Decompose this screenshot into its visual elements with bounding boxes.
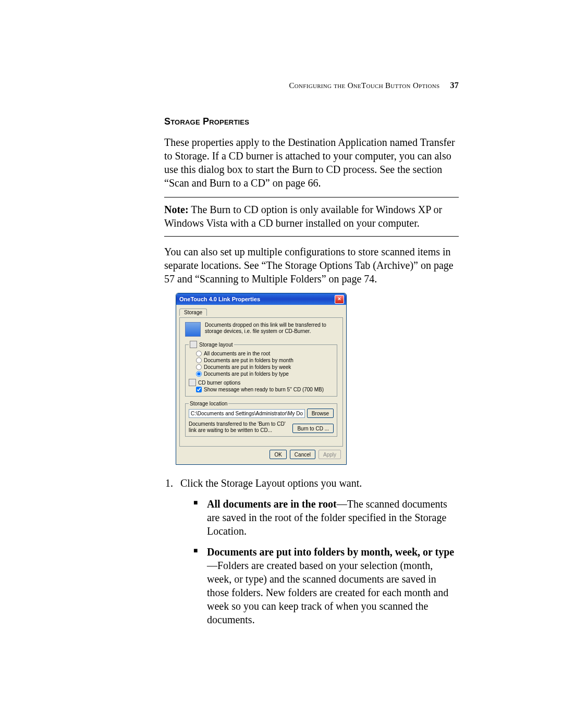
page-number: 37 <box>450 81 459 90</box>
radio-month[interactable] <box>196 357 202 363</box>
dialog-description: Documents dropped on this link will be t… <box>205 322 337 335</box>
folder-layout-icon <box>190 341 197 348</box>
radio-month-label: Documents are put in folders by month <box>204 357 293 363</box>
checkbox-show-burn-message[interactable] <box>196 387 202 392</box>
cd-burner-header: CD burner options <box>198 380 240 386</box>
note-label: Note: <box>164 204 189 215</box>
cancel-button[interactable]: Cancel <box>290 450 315 459</box>
radio-type[interactable] <box>196 371 202 377</box>
link-properties-dialog: OneTouch 4.0 Link Properties × Storage D… <box>176 293 347 465</box>
apply-button[interactable]: Apply <box>319 450 341 459</box>
radio-root-label: All documents are in the root <box>204 351 270 356</box>
dialog-title: OneTouch 4.0 Link Properties <box>179 296 260 302</box>
browse-button[interactable]: Browse <box>307 409 334 418</box>
bullet-root: All documents are in the root—The scanne… <box>193 497 459 538</box>
ok-button[interactable]: OK <box>270 450 286 459</box>
bullet-folders: Documents are put into folders by month,… <box>193 545 459 626</box>
radio-week[interactable] <box>196 364 202 370</box>
storage-layout-group: Storage layout All documents are in the … <box>185 341 337 397</box>
tab-panel-storage: Documents dropped on this link will be t… <box>179 317 343 447</box>
section-heading: Storage Properties <box>164 116 459 127</box>
dialog-titlebar[interactable]: OneTouch 4.0 Link Properties × <box>176 293 346 305</box>
bullet-folders-bold: Documents are put into folders by month,… <box>207 546 454 558</box>
cd-burner-icon <box>189 379 196 386</box>
running-title: Configuring the OneTouch Button Options <box>289 81 440 90</box>
intro-paragraph: These properties apply to the Destinatio… <box>164 135 459 190</box>
step-1-text: Click the Storage Layout options you wan… <box>180 477 362 489</box>
note-text: The Burn to CD option is only available … <box>164 204 442 229</box>
note-block: Note: The Burn to CD option is only avai… <box>164 197 459 237</box>
storage-path-input[interactable] <box>189 409 305 418</box>
burn-to-cd-button[interactable]: Burn to CD ... <box>292 424 334 433</box>
radio-root[interactable] <box>196 351 202 356</box>
storage-location-group: Storage location Browse Documents transf… <box>185 401 337 437</box>
running-header: Configuring the OneTouch Button Options … <box>164 81 459 90</box>
radio-type-label: Documents are put in folders by type <box>204 371 289 377</box>
checkbox-show-burn-label: Show message when ready to burn 5'' CD (… <box>204 387 324 392</box>
storage-location-legend: Storage location <box>189 401 228 406</box>
radio-week-label: Documents are put in folders by week <box>204 364 291 370</box>
step-1: Click the Storage Layout options you wan… <box>178 476 459 626</box>
storage-device-icon <box>185 322 201 337</box>
after-note-paragraph: You can also set up multiple configurati… <box>164 245 459 286</box>
bullet-root-bold: All documents are in the root <box>207 498 337 510</box>
close-icon[interactable]: × <box>335 295 344 304</box>
bullet-folders-rest: —Folders are created based on your selec… <box>207 560 448 625</box>
storage-layout-legend: Storage layout <box>199 342 233 348</box>
burn-waiting-text: Documents transferred to the 'Burn to CD… <box>189 421 289 433</box>
tab-storage[interactable]: Storage <box>179 309 207 316</box>
